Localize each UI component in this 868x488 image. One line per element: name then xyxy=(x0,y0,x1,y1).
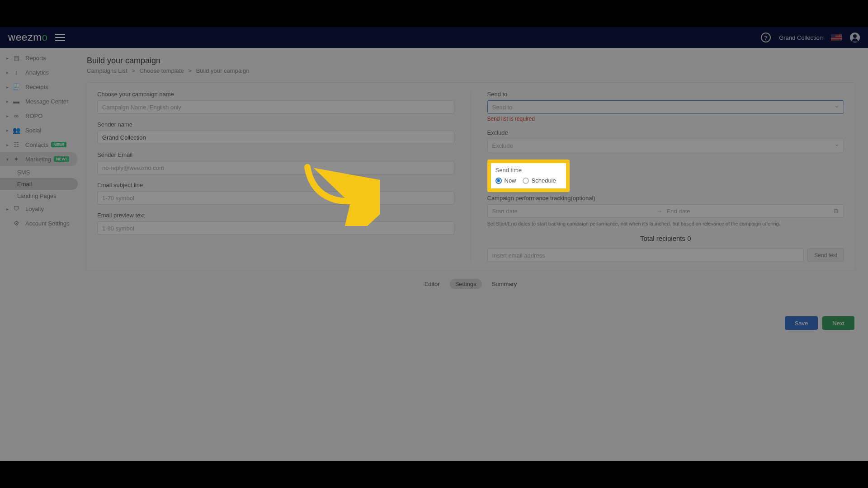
app-root: weezmo ? Grand Collection ▸ ▦ Reports ▸ … xyxy=(0,27,868,461)
send-time-radio-group: Now Schedule xyxy=(495,177,561,184)
letterbox-bottom xyxy=(0,461,868,488)
send-time-radio-schedule[interactable]: Schedule xyxy=(523,177,556,184)
radio-unchecked-icon xyxy=(523,178,529,184)
letterbox-top xyxy=(0,0,868,27)
dim-overlay xyxy=(0,27,868,461)
send-time-radio-now[interactable]: Now xyxy=(495,177,516,184)
send-time-box: Send time Now Schedule xyxy=(487,160,570,192)
send-time-highlight-wrapper: Send time Now Schedule xyxy=(487,160,570,197)
radio-label: Schedule xyxy=(532,177,556,184)
radio-checked-icon xyxy=(495,178,502,184)
send-time-label: Send time xyxy=(495,167,561,174)
radio-label: Now xyxy=(505,177,516,184)
